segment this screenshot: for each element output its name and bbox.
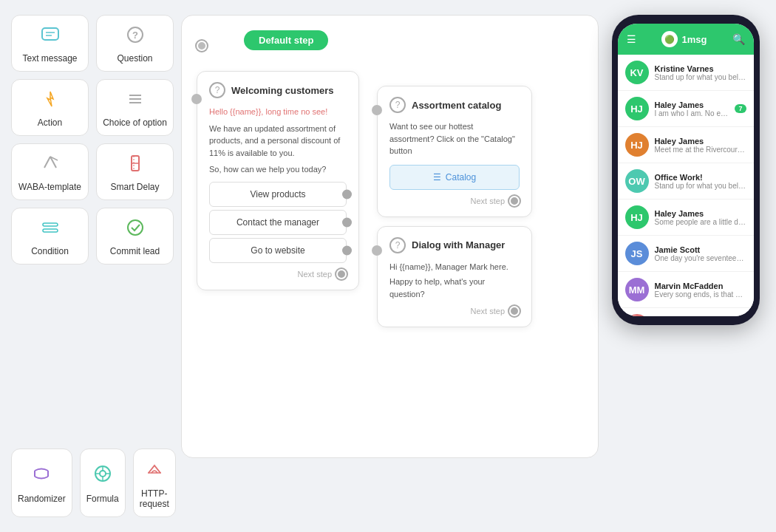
- chat-avatar: JD: [625, 314, 649, 316]
- chat-preview: Some people are a little different 🔥: [655, 218, 746, 226]
- chat-name: Kristine Varnes: [655, 64, 746, 73]
- svg-rect-0: [42, 28, 58, 40]
- chat-name: Jamie Scott: [655, 245, 746, 254]
- bottom-card-formula[interactable]: Formula: [80, 449, 126, 517]
- chat-item[interactable]: KV Kristine Varnes Stand up for what you…: [618, 55, 754, 91]
- phone-device: ☰ 🟢 1msg 🔍 KV Kristine Varnes Stand up f…: [612, 15, 760, 325]
- sidebar-card-waba[interactable]: WABA-template: [11, 143, 89, 200]
- sidebar-card-question[interactable]: ? Question: [96, 15, 174, 72]
- main-container: Text message ? Question Action Choice of…: [0, 0, 776, 532]
- assortment-body: Want to see our hottest assortment? Clic…: [389, 120, 520, 190]
- chat-item[interactable]: HJ Haley James I am who I am. No excuses…: [618, 91, 754, 127]
- chat-item[interactable]: HJ Haley James Meet me at the Rivercourt…: [618, 127, 754, 163]
- assortment-icon: ?: [389, 97, 406, 113]
- smart-delay-icon: [125, 153, 146, 177]
- chat-avatar: MM: [625, 278, 649, 301]
- svg-line-9: [44, 157, 50, 168]
- contact-manager-btn[interactable]: Contact the manager: [209, 210, 347, 235]
- waba-icon: [40, 153, 61, 177]
- chat-badge: 7: [735, 104, 746, 113]
- smart-delay-label: Smart Delay: [110, 182, 159, 192]
- chat-info: Marvin McFadden Every song ends, is that…: [655, 282, 746, 299]
- go-website-dot: [342, 245, 352, 255]
- phone-logo-area: 🟢 1msg: [661, 31, 707, 47]
- contact-manager-dot: [342, 217, 352, 227]
- dialog-left-dot: [372, 245, 382, 256]
- welcoming-next-step: Next step: [209, 269, 347, 279]
- welcoming-left-dot: [191, 94, 202, 104]
- app-logo: 1msg: [682, 34, 707, 45]
- chat-name: Haley James: [655, 137, 746, 146]
- catalog-button[interactable]: ☰ Catalog: [389, 165, 520, 190]
- dialog-body: Hi {{name}}, Manager Mark here. Happy to…: [389, 261, 520, 301]
- randomizer-icon: [31, 463, 52, 489]
- chat-info: Kristine Varnes Stand up for what you be…: [655, 64, 746, 81]
- welcoming-next-dot: [336, 269, 347, 279]
- chat-preview: I am who I am. No excuses .: [655, 109, 729, 117]
- svg-rect-15: [43, 223, 58, 226]
- bottom-card-http[interactable]: HTTP-request: [133, 449, 176, 517]
- chat-avatar: OW: [625, 169, 649, 193]
- search-icon[interactable]: 🔍: [732, 33, 745, 45]
- choice-label: Choice of option: [103, 117, 167, 128]
- chat-name: Haley James: [655, 100, 729, 109]
- randomizer-label: Randomizer: [18, 494, 66, 504]
- assortment-node: ? Assortment catalog Want to see our hot…: [377, 86, 532, 217]
- chat-item[interactable]: JS Jamie Scott One day you're seventeen …: [618, 236, 754, 272]
- phone-container: ☰ 🟢 1msg 🔍 KV Kristine Varnes Stand up f…: [606, 15, 765, 325]
- sidebar-card-action[interactable]: Action: [11, 79, 89, 136]
- sidebar-card-text-message[interactable]: Text message: [11, 15, 89, 72]
- chat-avatar: HJ: [625, 97, 649, 120]
- choice-icon: [125, 89, 146, 113]
- sidebar-card-choice[interactable]: Choice of option: [96, 79, 174, 136]
- left-sidebar: Text message ? Question Action Choice of…: [11, 15, 174, 265]
- welcoming-body: Hello {{name}}, long time no see! We hav…: [209, 106, 347, 263]
- assortment-next-step: Next step: [389, 196, 520, 206]
- chat-preview: One day you're seventeen and...: [655, 254, 746, 262]
- chat-avatar: KV: [625, 61, 649, 84]
- chat-info: Haley James Meet me at the Rivercourt 😊: [655, 137, 746, 154]
- center-canvas: Default step ? Welcoming customers Hello…: [181, 15, 599, 458]
- go-website-btn[interactable]: Go to website: [209, 238, 347, 263]
- chat-item[interactable]: OW Office Work! Stand up for what you be…: [618, 163, 754, 200]
- menu-icon[interactable]: ☰: [627, 33, 636, 45]
- chat-info: Haley James Some people are a little dif…: [655, 209, 746, 226]
- formula-icon: [92, 463, 113, 489]
- dialog-icon: ?: [389, 237, 406, 253]
- http-label: HTTP-request: [140, 488, 169, 509]
- sidebar-card-commit-lead[interactable]: Commit lead: [96, 208, 174, 265]
- left-entry-dot: [197, 41, 207, 51]
- view-products-dot: [342, 189, 352, 199]
- chat-item[interactable]: JD John Danson In your life, you're gonn…: [618, 308, 754, 316]
- dialog-next-dot: [509, 306, 520, 316]
- bottom-row: Randomizer Formula HTTP-request: [11, 449, 174, 517]
- commit-lead-label: Commit lead: [110, 246, 160, 256]
- chat-info: Haley James I am who I am. No excuses .: [655, 100, 729, 117]
- question-icon: ?: [125, 24, 146, 49]
- action-icon: [40, 89, 61, 113]
- chat-name: Haley James: [655, 209, 746, 218]
- dialog-title: Dialog with Manager: [412, 239, 505, 250]
- formula-label: Formula: [86, 494, 119, 504]
- chat-preview: Meet me at the Rivercourt 😊: [655, 146, 746, 154]
- svg-point-17: [128, 220, 143, 235]
- view-products-btn[interactable]: View products: [209, 182, 347, 207]
- chat-list: KV Kristine Varnes Stand up for what you…: [618, 55, 754, 316]
- bottom-card-randomizer[interactable]: Randomizer: [11, 449, 72, 517]
- sidebar-card-smart-delay[interactable]: Smart Delay: [96, 143, 174, 200]
- phone-header: ☰ 🟢 1msg 🔍: [618, 24, 754, 55]
- welcoming-icon: ?: [209, 82, 225, 98]
- condition-icon: [40, 217, 61, 242]
- chat-info: Office Work! Stand up for what you belie…: [655, 173, 746, 190]
- commit-lead-icon: [125, 217, 146, 242]
- chat-name: Office Work!: [655, 173, 746, 182]
- chat-avatar: HJ: [625, 133, 649, 157]
- chat-item[interactable]: HJ Haley James Some people are a little …: [618, 200, 754, 236]
- chat-item[interactable]: MM Marvin McFadden Every song ends, is t…: [618, 272, 754, 308]
- text-message-icon: [40, 24, 61, 49]
- chat-preview: Stand up for what you believe in: [655, 182, 746, 190]
- assortment-next-dot: [509, 196, 520, 206]
- svg-rect-16: [43, 229, 58, 232]
- sidebar-card-condition[interactable]: Condition: [11, 208, 89, 265]
- waba-label: WABA-template: [18, 182, 81, 192]
